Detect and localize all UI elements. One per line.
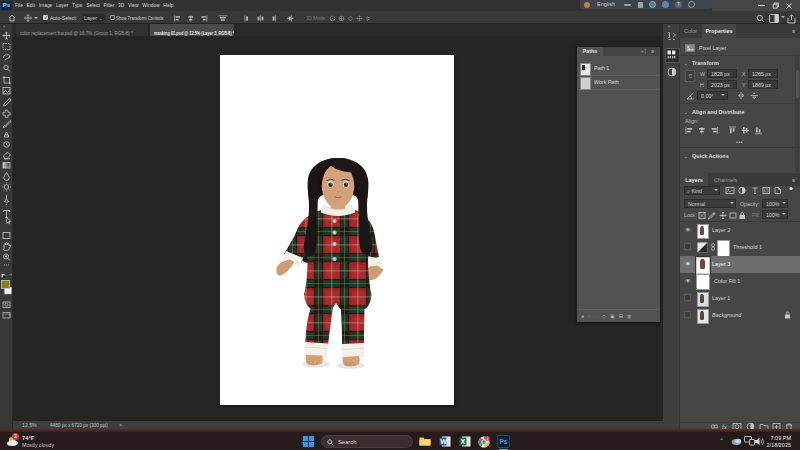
svg-text:X: X (461, 438, 466, 445)
svg-text:W: W (440, 438, 447, 445)
